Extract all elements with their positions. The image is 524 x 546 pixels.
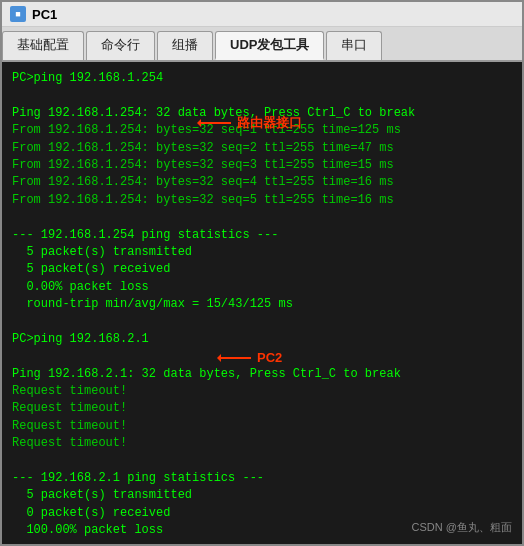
terminal-line-5: From 192.168.1.254: bytes=32 seq=2 ttl=2…: [12, 140, 512, 157]
terminal-line-14: round-trip min/avg/max = 15/43/125 ms: [12, 296, 512, 313]
arrow-icon-router: [197, 115, 233, 131]
arrow-label-pc2: PC2: [217, 349, 282, 368]
svg-marker-3: [217, 354, 221, 362]
terminal-line-21: Request timeout!: [12, 418, 512, 435]
terminal-line-15: [12, 313, 512, 330]
tab-udp[interactable]: UDP发包工具: [215, 31, 324, 60]
svg-marker-1: [197, 119, 201, 127]
terminal-area[interactable]: PC>ping 192.168.1.254 Ping 192.168.1.254…: [2, 62, 522, 544]
arrow-icon-pc2: [217, 350, 253, 366]
terminal-line-19: Request timeout!: [12, 383, 512, 400]
terminal-line-9: [12, 209, 512, 226]
router-label-text: 路由器接口: [237, 114, 302, 133]
tab-zubo[interactable]: 组播: [157, 31, 213, 60]
arrow-label-router: 路由器接口: [197, 114, 302, 133]
terminal-line-24: --- 192.168.2.1 ping statistics ---: [12, 470, 512, 487]
csdn-watermark: CSDN @鱼丸、粗面: [412, 520, 512, 536]
terminal-line-18: Ping 192.168.2.1: 32 data bytes, Press C…: [12, 366, 512, 383]
terminal-line-25: 5 packet(s) transmitted: [12, 487, 512, 504]
tab-bar: 基础配置 命令行 组播 UDP发包工具 串口: [2, 27, 522, 62]
window-title: PC1: [32, 7, 57, 22]
tab-minglinghang[interactable]: 命令行: [86, 31, 155, 60]
window: ■ PC1 基础配置 命令行 组播 UDP发包工具 串口 PC>ping 192…: [0, 0, 524, 546]
terminal-line-11: 5 packet(s) transmitted: [12, 244, 512, 261]
terminal-line-22: Request timeout!: [12, 435, 512, 452]
terminal-line-2: [12, 87, 512, 104]
terminal-line-8: From 192.168.1.254: bytes=32 seq=5 ttl=2…: [12, 192, 512, 209]
terminal-line-7: From 192.168.1.254: bytes=32 seq=4 ttl=2…: [12, 174, 512, 191]
tab-chuankou[interactable]: 串口: [326, 31, 382, 60]
terminal-line-1: PC>ping 192.168.1.254: [12, 70, 512, 87]
pc2-label-text: PC2: [257, 349, 282, 368]
pc-icon: ■: [10, 6, 26, 22]
terminal-line-13: 0.00% packet loss: [12, 279, 512, 296]
terminal-line-23: [12, 453, 512, 470]
terminal-line-20: Request timeout!: [12, 400, 512, 417]
tab-jichu[interactable]: 基础配置: [2, 31, 84, 60]
terminal-line-6: From 192.168.1.254: bytes=32 seq=3 ttl=2…: [12, 157, 512, 174]
terminal-line-16: PC>ping 192.168.2.1: [12, 331, 512, 348]
terminal-line-12: 5 packet(s) received: [12, 261, 512, 278]
terminal-line-10: --- 192.168.1.254 ping statistics ---: [12, 227, 512, 244]
title-bar: ■ PC1: [2, 2, 522, 27]
